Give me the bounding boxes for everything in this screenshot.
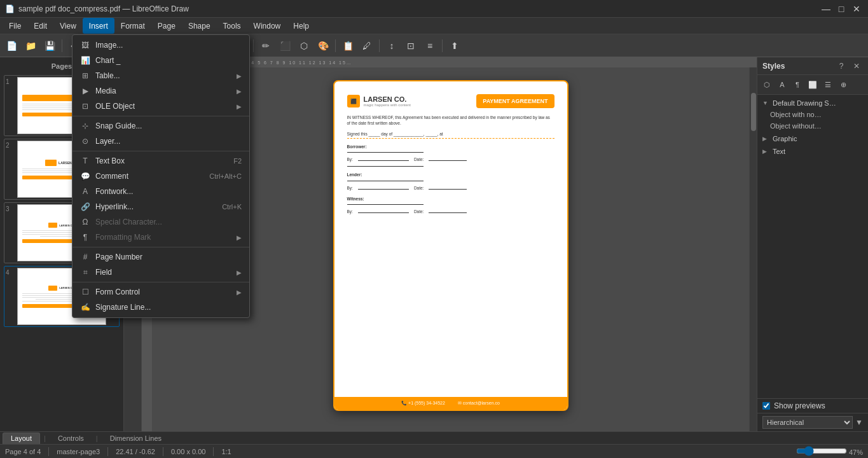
drawing-styles-button[interactable]: ⬡ [760,78,774,92]
align-button[interactable]: ≡ [421,37,439,55]
close-button[interactable]: ✕ [850,3,863,15]
menu-item-hyperlink[interactable]: 🔗 Hyperlink... Ctrl+K [72,199,249,214]
vertical-scrollbar[interactable] [749,67,757,431]
signature-label: Signature Line... [95,303,242,312]
menu-item-field[interactable]: ⌗ Field ▶ [72,265,249,280]
style-item-obj-with[interactable]: Object with no… [757,109,868,120]
menu-file[interactable]: File [3,18,27,34]
style-group-graphic-header[interactable]: ▶ Graphic [757,133,868,144]
comment-label: Comment [95,172,204,181]
style-group-default-label: Default Drawing S… [773,99,836,107]
sep-2 [72,151,249,151]
style-filter-dropdown[interactable]: Hierarchical All Styles Applied Styles [762,416,853,429]
menu-item-media[interactable]: ▶ Media ▶ [72,83,249,99]
tab-controls[interactable]: Controls [50,433,92,444]
tab-dimension-lines[interactable]: Dimension Lines [102,433,170,444]
copy-button[interactable]: 📋 [339,37,357,55]
scrollbar-thumb[interactable] [751,93,756,131]
toolbar-sep-5 [335,39,336,52]
window-controls[interactable]: — □ ✕ [820,3,863,15]
menu-item-table[interactable]: ⊞ Table... ▶ [72,68,249,83]
character-styles-button[interactable]: A [775,78,789,92]
line-color-button[interactable]: ⬡ [295,37,313,55]
shadow-button[interactable]: ⬛ [276,37,294,55]
style-item-obj-without[interactable]: Object without… [757,120,868,132]
fontwork-label: Fontwork... [95,187,242,196]
save-button[interactable]: 💾 [41,37,59,55]
menu-item-page-number[interactable]: # Page Number [72,249,249,265]
format-mark-arrow: ▶ [237,234,242,241]
list-styles-button[interactable]: ☰ [821,78,835,92]
style-group-default-header[interactable]: ▼ Default Drawing S… [757,97,868,109]
date-label-1: Date: [414,156,424,162]
signature-icon: ✍ [80,302,90,312]
menu-item-fontwork[interactable]: A Fontwork... [72,184,249,199]
menu-item-signature[interactable]: ✍ Signature Line... [72,300,249,315]
menu-window[interactable]: Window [247,18,287,34]
sep-1 [72,116,249,116]
para-styles-button[interactable]: ¶ [790,78,804,92]
menu-item-textbox[interactable]: T Text Box F2 [72,153,249,169]
lender-label: Lender: [347,172,555,177]
body-text: IN WITNESS WHEREOF, this Agreement has b… [347,114,555,126]
frame-styles-button[interactable]: ⬜ [806,78,820,92]
new-button[interactable]: 📄 [3,37,20,55]
show-previews-checkbox[interactable] [762,402,770,410]
export-button[interactable]: ⬆ [446,37,464,55]
menu-edit[interactable]: Edit [27,18,53,34]
style-group-graphic-label: Graphic [773,135,797,142]
style-group-text-header[interactable]: ▶ Text [757,146,868,157]
comment-icon: 💬 [80,171,90,181]
image-label: Image... [95,41,242,50]
tab-bar: Layout | Controls | Dimension Lines [0,431,868,444]
menu-item-chart[interactable]: 📊 Chart _ [72,53,249,68]
new-style-button[interactable]: ⊕ [836,78,850,92]
status-bar: Page 4 of 4 master-page3 22.41 / -0.62 0… [0,444,868,458]
date-label-2: Date: [414,185,424,191]
open-button[interactable]: 📁 [22,37,39,55]
by-field-1 [358,158,409,161]
style-group-default: ▼ Default Drawing S… Object with no… Obj… [757,97,868,132]
fontwork-icon: A [80,186,90,197]
by-label-1: By: [347,156,353,162]
arrange-button[interactable]: ⊡ [402,37,420,55]
field-label: Field [95,268,231,277]
maximize-button[interactable]: □ [835,3,848,15]
borrower-label: Borrower: [347,144,555,149]
styles-help-icon[interactable]: ? [835,60,848,73]
menu-tools[interactable]: Tools [217,18,247,34]
date-label-3: Date: [414,209,424,214]
transform-button[interactable]: ↕ [383,37,401,55]
menu-item-snap[interactable]: ⊹ Snap Guide... [72,118,249,134]
menu-view[interactable]: View [53,18,83,34]
table-submenu-arrow: ▶ [237,73,242,80]
paste-button[interactable]: 🖊 [358,37,376,55]
menu-item-image[interactable]: 🖼 Image... [72,38,249,53]
menu-item-ole[interactable]: ⊡ OLE Object ▶ [72,99,249,114]
styles-toolbar: ⬡ A ¶ ⬜ ☰ ⊕ [757,75,868,95]
scale: 1:1 [221,448,231,455]
menu-help[interactable]: Help [287,18,315,34]
coords: 22.41 / -0.62 [116,448,155,455]
menu-shape[interactable]: Shape [182,18,217,34]
menu-item-format-mark: ¶ Formatting Mark ▶ [72,230,249,245]
menu-page[interactable]: Page [151,18,182,34]
fill-color-button[interactable]: 🎨 [314,37,332,55]
media-icon: ▶ [80,86,90,96]
menu-insert[interactable]: Insert [83,18,114,34]
menu-item-form-control[interactable]: ☐ Form Control ▶ [72,284,249,300]
window-title: 📄 sample pdf doc_compress.pdf — LibreOff… [5,4,189,13]
menu-format[interactable]: Format [114,18,151,34]
zoom-slider[interactable] [796,447,847,455]
menu-item-special-char: Ω Special Character... [72,214,249,230]
minimize-button[interactable]: — [820,3,832,15]
tab-layout[interactable]: Layout [3,433,40,444]
styles-close-icon[interactable]: ✕ [850,60,863,73]
menu-item-layer[interactable]: ⊙ Layer... [72,134,249,149]
zoom-value: 47% [849,448,863,456]
menu-item-comment[interactable]: 💬 Comment Ctrl+Alt+C [72,169,249,184]
comment-shortcut: Ctrl+Alt+C [209,172,242,180]
insert-dropdown-menu: 🖼 Image... 📊 Chart _ ⊞ Table... ▶ ▶ Medi… [72,34,250,318]
edit-mode-button[interactable]: ✏ [257,37,275,55]
media-label: Media [95,87,231,95]
